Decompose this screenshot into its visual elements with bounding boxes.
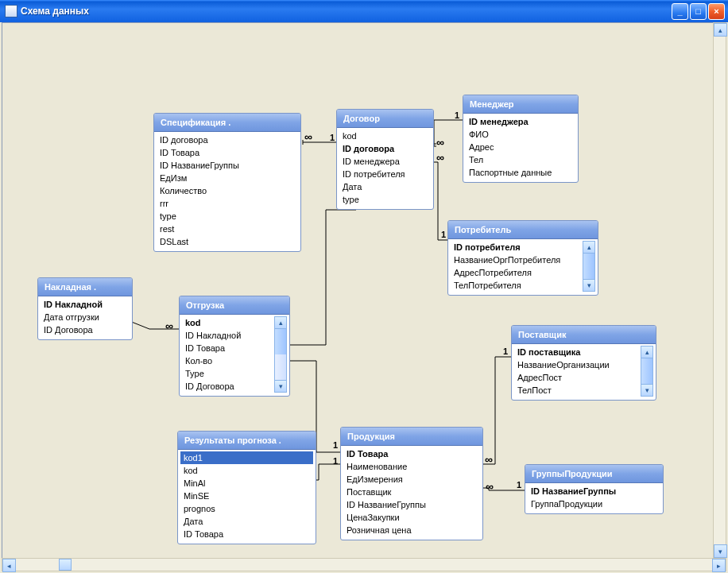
app-icon	[5, 5, 17, 17]
field-pk[interactable]: kod	[182, 316, 273, 329]
field[interactable]: ID НазваниеГруппы	[157, 159, 298, 172]
scroll-up-icon[interactable]: ▴	[714, 23, 727, 37]
diagram-canvas[interactable]: 1 ∞ 1 ∞ 1 ∞ 1 ∞ 1 1 1 ∞ 1 ∞ Спецификация…	[2, 22, 726, 559]
field[interactable]: MinSE	[180, 490, 313, 502]
table-manager[interactable]: Менеджер ID менеджера ФИО Адрес Тел Пасп…	[463, 95, 579, 183]
field[interactable]: АдресПотребителя	[451, 266, 581, 279]
field[interactable]: ГруппаПродукции	[528, 498, 660, 510]
scroll-up-icon[interactable]: ▴	[641, 346, 653, 358]
field[interactable]: ID Накладной	[182, 329, 273, 342]
table-header[interactable]: Договор	[337, 110, 433, 128]
field[interactable]: type	[339, 193, 431, 206]
field[interactable]: Количество	[157, 184, 298, 197]
scroll-down-icon[interactable]: ▾	[583, 279, 595, 292]
field[interactable]: Тел	[466, 153, 575, 166]
table-potreb[interactable]: Потребитель ID потребителя НазваниеОргПо…	[447, 220, 598, 296]
field[interactable]: ТелПотребителя	[451, 279, 581, 292]
field[interactable]: kod	[339, 130, 431, 142]
field[interactable]: Дата отгрузки	[41, 311, 130, 323]
table-prognoz[interactable]: Результаты прогноза . kod1 kod MinAl Min…	[177, 431, 316, 544]
field-pk[interactable]: ID Накладной	[41, 298, 130, 311]
field[interactable]: Дата	[180, 515, 313, 528]
table-scrollbar[interactable]: ▴ ▾	[641, 346, 653, 397]
table-otgruzka[interactable]: Отгрузка kod ID Накладной ID Товара Кол-…	[179, 296, 290, 397]
scroll-right-icon[interactable]: ▸	[712, 559, 726, 572]
scroll-thumb[interactable]	[59, 559, 72, 571]
vertical-scrollbar[interactable]: ▴ ▾	[713, 22, 726, 559]
field[interactable]: Type	[182, 367, 273, 380]
relation-one: 1	[503, 347, 508, 356]
field[interactable]: DSLast	[157, 235, 298, 248]
field[interactable]: ID Договора	[182, 380, 273, 393]
table-dogovor[interactable]: Договор kod ID договора ID менеджера ID …	[336, 109, 434, 210]
table-header[interactable]: ГруппыПродукции	[525, 465, 663, 483]
field[interactable]: ID договора	[157, 134, 298, 146]
table-scrollbar[interactable]: ▴ ▾	[274, 316, 287, 393]
scroll-up-icon[interactable]: ▴	[274, 316, 287, 329]
field[interactable]: rrr	[157, 197, 298, 210]
field-pk[interactable]: ID НазваниеГруппы	[528, 485, 660, 498]
relation-one: 1	[441, 230, 446, 239]
field[interactable]: Кол-во	[182, 354, 273, 367]
field[interactable]: Розничная цена	[343, 524, 480, 536]
table-header[interactable]: Потребитель	[448, 221, 598, 239]
field[interactable]: ФИО	[466, 128, 575, 141]
close-button[interactable]: ×	[708, 3, 725, 20]
field[interactable]: Наименование	[343, 460, 480, 473]
field[interactable]: Адрес	[466, 141, 575, 153]
relation-one: 1	[455, 110, 459, 120]
table-header[interactable]: Спецификация .	[154, 114, 300, 132]
field[interactable]: Дата	[339, 180, 431, 193]
field[interactable]: kod	[180, 464, 313, 477]
scroll-down-icon[interactable]: ▾	[274, 380, 287, 393]
relation-one: 1	[333, 440, 338, 450]
field[interactable]: ID Товара	[180, 528, 313, 540]
relation-many: ∞	[485, 453, 493, 466]
field[interactable]: ID НазваниеГруппы	[343, 498, 480, 511]
horizontal-scrollbar[interactable]: ◂ ▸	[2, 558, 726, 571]
field[interactable]: rest	[157, 223, 298, 235]
relation-many: ∞	[436, 136, 444, 149]
scroll-down-icon[interactable]: ▾	[714, 544, 727, 558]
table-spec[interactable]: Спецификация . ID договора ID Товара ID …	[153, 113, 301, 252]
scroll-down-icon[interactable]: ▾	[641, 384, 653, 397]
table-nakladnaya[interactable]: Накладная . ID Накладной Дата отгрузки I…	[37, 277, 133, 340]
field[interactable]: Паспортные данные	[466, 166, 575, 179]
field[interactable]: НазваниеОрганизации	[514, 358, 639, 371]
field[interactable]: ID Товара	[182, 342, 273, 354]
field[interactable]: type	[157, 210, 298, 223]
field[interactable]: НазваниеОргПотребителя	[451, 254, 581, 266]
field[interactable]: ID Договора	[41, 323, 130, 336]
scroll-left-icon[interactable]: ◂	[2, 559, 16, 572]
field[interactable]: АдресПост	[514, 371, 639, 384]
table-header[interactable]: Поставщик	[512, 326, 656, 344]
table-postavshik[interactable]: Поставщик ID поставщика НазваниеОрганиза…	[511, 325, 656, 401]
field[interactable]: prognos	[180, 502, 313, 515]
field[interactable]: ID потребителя	[339, 168, 431, 180]
field-pk[interactable]: ID поставщика	[514, 346, 639, 358]
field[interactable]: ЦенаЗакупки	[343, 511, 480, 524]
field[interactable]: ID Товара	[157, 146, 298, 159]
table-header[interactable]: Накладная .	[38, 278, 132, 296]
table-scrollbar[interactable]: ▴ ▾	[583, 241, 595, 292]
table-header[interactable]: Отгрузка	[180, 296, 289, 315]
table-header[interactable]: Менеджер	[463, 95, 578, 114]
field[interactable]: ID менеджера	[339, 155, 431, 168]
field-pk[interactable]: ID потребителя	[451, 241, 581, 254]
maximize-button[interactable]: □	[690, 3, 707, 20]
field[interactable]: ЕдИзмерения	[343, 473, 480, 486]
field-pk[interactable]: ID менеджера	[466, 115, 575, 128]
scroll-up-icon[interactable]: ▴	[583, 241, 595, 254]
field[interactable]: ТелПост	[514, 384, 639, 397]
field-pk[interactable]: ID Товара	[343, 447, 480, 460]
field[interactable]: Поставщик	[343, 486, 480, 498]
field[interactable]: MinAl	[180, 477, 313, 490]
table-header[interactable]: Результаты прогноза .	[178, 432, 316, 450]
field-pk[interactable]: ID договора	[339, 142, 431, 155]
table-group[interactable]: ГруппыПродукции ID НазваниеГруппы Группа…	[525, 464, 664, 514]
field-selected[interactable]: kod1	[180, 451, 313, 464]
table-product[interactable]: Продукция ID Товара Наименование ЕдИзмер…	[340, 427, 483, 540]
field[interactable]: ЕдИзм	[157, 172, 298, 184]
table-header[interactable]: Продукция	[341, 428, 482, 446]
minimize-button[interactable]: _	[672, 3, 688, 20]
